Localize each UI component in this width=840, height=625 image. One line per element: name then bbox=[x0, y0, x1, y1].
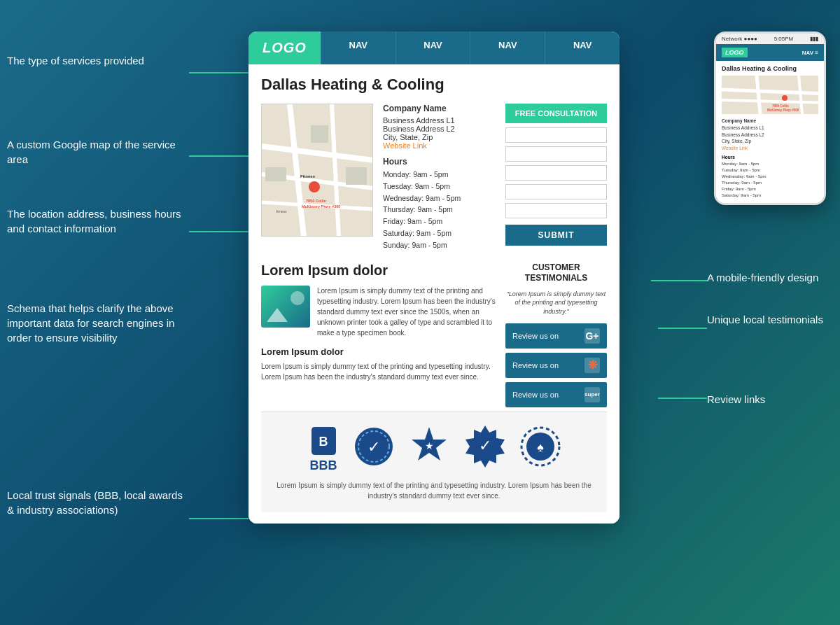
svg-text:McKinney Pkwy #300: McKinney Pkwy #300 bbox=[302, 204, 340, 209]
annotation-testimonials: Unique local testimonials bbox=[707, 314, 833, 325]
network-indicator: Network ●●●● bbox=[722, 36, 757, 42]
form-field-5[interactable] bbox=[505, 203, 607, 218]
connector-line-5 bbox=[189, 518, 248, 519]
nav-bar: LOGO NAV NAV NAV NAV bbox=[248, 31, 620, 64]
svg-rect-7 bbox=[311, 125, 328, 143]
mobile-company-name: Company Name Business Address L1 Busines… bbox=[722, 118, 818, 152]
mobile-nav: LOGO NAV ≡ bbox=[716, 44, 824, 61]
connector-line-1 bbox=[189, 72, 248, 73]
svg-text:7850 Collin: 7850 Collin bbox=[772, 104, 789, 108]
company-info: Company Name Business Address L1 Busines… bbox=[383, 104, 496, 251]
submit-button[interactable]: SUBMIT bbox=[505, 225, 607, 246]
right-sidebar: CUSTOMER TESTIMONIALS "Lorem Ipsum is si… bbox=[505, 262, 607, 412]
annotation-location: The location address, business hours and… bbox=[7, 206, 189, 236]
svg-text:★: ★ bbox=[424, 440, 433, 451]
mobile-map-svg: 7850 Collin McKinney Pkwy #300 bbox=[722, 76, 818, 114]
mobile-nav-label: NAV ≡ bbox=[802, 50, 818, 56]
connector-testimonials bbox=[658, 328, 707, 329]
svg-text:7850 Collin: 7850 Collin bbox=[306, 199, 327, 203]
check-seal-badge: ✓ bbox=[354, 426, 394, 470]
hours-thursday: Thursday: 9am - 5pm bbox=[383, 204, 496, 216]
mobile-hours: Monday: 9am - 5pm Tuesday: 9am - 5pm Wed… bbox=[722, 161, 818, 199]
bbb-badge: B BBB bbox=[308, 423, 340, 473]
svg-point-30 bbox=[782, 95, 788, 101]
map-svg: Fitness Arness 7850 Collin McKinney Pkwy… bbox=[262, 104, 373, 237]
mobile-hours-title: Hours bbox=[722, 155, 818, 160]
annotation-trust: Local trust signals (BBB, local awards &… bbox=[7, 488, 189, 517]
svg-text:Arness: Arness bbox=[276, 209, 287, 213]
mobile-mockup: Network ●●●● 5:05PM ▮▮▮ LOGO NAV ≡ Dalla… bbox=[714, 31, 826, 205]
hours-tuesday: Tuesday: 9am - 5pm bbox=[383, 181, 496, 192]
website-link[interactable]: Website Link bbox=[383, 141, 496, 150]
svg-text:✓: ✓ bbox=[479, 437, 491, 454]
form-field-1[interactable] bbox=[505, 127, 607, 143]
content-body: Lorem Ipsum is simply dummy text of the … bbox=[317, 286, 496, 338]
annotation-schema: Schema that helps clarify the above impo… bbox=[7, 301, 189, 345]
hours-title: Hours bbox=[383, 157, 496, 167]
small-content-text: Lorem Ipsum is simply dummy text of the … bbox=[261, 361, 496, 382]
testimonial-quote: "Lorem Ipsum is simply dummy text of the… bbox=[505, 290, 607, 316]
city-state-zip: City, State, Zip bbox=[383, 133, 496, 141]
trust-section: B BBB ✓ ★ bbox=[261, 412, 607, 512]
nav-item-4[interactable]: NAV bbox=[545, 31, 620, 64]
svg-text:✓: ✓ bbox=[368, 438, 380, 456]
yelp-icon: ❊ bbox=[584, 358, 600, 373]
svg-rect-6 bbox=[265, 167, 286, 181]
svg-text:B: B bbox=[318, 435, 328, 449]
gear-badge: ✓ bbox=[464, 426, 506, 470]
annotation-services: The type of services provided bbox=[7, 53, 189, 68]
connector-mobile bbox=[651, 280, 707, 281]
hours-friday: Friday: 9am - 5pm bbox=[383, 216, 496, 227]
form-field-3[interactable] bbox=[505, 165, 607, 181]
review-yelp-label: Review us on bbox=[512, 361, 559, 370]
map-placeholder: Fitness Arness 7850 Collin McKinney Pkwy… bbox=[261, 104, 373, 237]
dashed-circle-badge: ♠ bbox=[520, 426, 561, 470]
time-display: 5:05PM bbox=[774, 36, 794, 42]
info-section: Fitness Arness 7850 Collin McKinney Pkwy… bbox=[261, 104, 607, 251]
content-block: Lorem Ipsum is simply dummy text of the … bbox=[261, 286, 496, 338]
form-field-2[interactable] bbox=[505, 146, 607, 162]
gear-badge-svg: ✓ bbox=[464, 426, 506, 468]
mobile-logo: LOGO bbox=[722, 48, 748, 57]
review-google-button[interactable]: Review us on G+ bbox=[505, 323, 607, 349]
trust-text: Lorem Ipsum is simply dummy text of the … bbox=[272, 480, 596, 501]
google-plus-icon: G+ bbox=[584, 328, 600, 344]
svg-text:♠: ♠ bbox=[537, 440, 544, 454]
review-google-label: Review us on bbox=[512, 332, 559, 340]
mobile-company-title: Dallas Heating & Cooling bbox=[722, 65, 818, 72]
nav-item-2[interactable]: NAV bbox=[396, 31, 470, 64]
superpages-icon: super bbox=[584, 387, 600, 402]
mobile-map: 7850 Collin McKinney Pkwy #300 bbox=[722, 76, 818, 114]
circle-decoration bbox=[290, 291, 304, 305]
hours-sunday: Sunday: 9am - 5pm bbox=[383, 239, 496, 251]
star-seal-svg: ★ bbox=[408, 426, 450, 468]
content-columns: Lorem Ipsum dolor Lorem Ipsum is simply … bbox=[261, 262, 607, 412]
nav-item-3[interactable]: NAV bbox=[470, 31, 545, 64]
dashed-circle-svg: ♠ bbox=[520, 426, 561, 467]
small-section-title: Lorem Ipsum dolor bbox=[261, 346, 496, 357]
bbb-text: BBB bbox=[310, 458, 337, 473]
bbb-logo-svg: B bbox=[308, 423, 340, 458]
nav-item-1[interactable]: NAV bbox=[321, 31, 396, 64]
company-name-label: Company Name bbox=[383, 104, 496, 113]
consultation-button[interactable]: FREE CONSULTATION bbox=[505, 104, 607, 123]
company-title: Dallas Heating & Cooling bbox=[261, 76, 607, 94]
form-field-4[interactable] bbox=[505, 184, 607, 199]
review-superpages-button[interactable]: Review us on super bbox=[505, 382, 607, 407]
testimonials-title: CUSTOMER TESTIMONIALS bbox=[505, 262, 607, 284]
connector-review-links bbox=[658, 398, 707, 399]
mountain-icon bbox=[267, 308, 288, 322]
review-yelp-button[interactable]: Review us on ❊ bbox=[505, 353, 607, 378]
mobile-content: Dallas Heating & Cooling 7850 Collin McK… bbox=[716, 61, 824, 203]
content-thumbnail bbox=[261, 286, 310, 328]
address1: Business Address L1 bbox=[383, 116, 496, 125]
svg-text:McKinney Pkwy #300: McKinney Pkwy #300 bbox=[767, 108, 799, 112]
annotation-mobile-friendly: A mobile-friendly design bbox=[707, 272, 833, 283]
mobile-website-link[interactable]: Website Link bbox=[722, 146, 748, 150]
svg-rect-8 bbox=[346, 167, 367, 185]
hours-monday: Monday: 9am - 5pm bbox=[383, 169, 496, 181]
badges-row: B BBB ✓ ★ bbox=[272, 423, 596, 473]
content-area: Dallas Heating & Cooling Fitness Arn bbox=[248, 64, 620, 524]
connector-line-3 bbox=[189, 231, 248, 232]
annotation-review-links: Review links bbox=[707, 393, 833, 405]
